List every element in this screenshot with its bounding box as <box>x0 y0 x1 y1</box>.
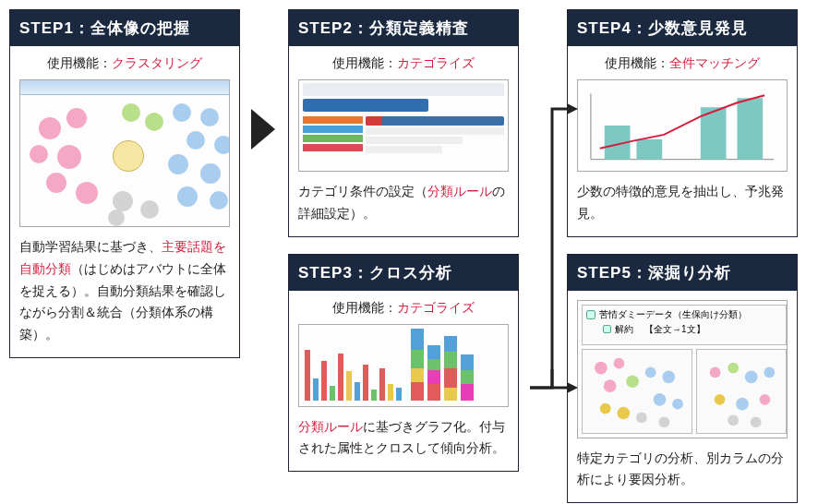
svg-point-12 <box>654 393 667 406</box>
step2-feature-name: カテゴライズ <box>397 55 475 70</box>
arrow-step1-to-step2 <box>251 109 275 150</box>
step2-desc-pre: カテゴリ条件の設定（ <box>298 184 427 198</box>
svg-point-21 <box>764 366 775 378</box>
step4-title: STEP4：少数意見発見 <box>568 10 797 46</box>
workflow-columns: STEP1：全体像の把握 使用機能：クラスタリング <box>9 9 809 503</box>
step5-card: STEP5：深掘り分析 苦情ダミーデータ（生保向け分類） 解約 【全文→1文】 <box>567 254 798 504</box>
step2-thumb <box>298 79 509 172</box>
svg-rect-3 <box>636 139 662 160</box>
svg-point-10 <box>645 366 656 378</box>
svg-point-18 <box>710 366 721 378</box>
step1-desc-pre: 自動学習結果に基づき、 <box>19 239 162 254</box>
step3-thumb <box>298 324 509 407</box>
svg-point-20 <box>745 370 758 383</box>
step1-feature: 使用機能：クラスタリング <box>19 55 230 72</box>
step3-body: 使用機能：カテゴライズ <box>289 291 518 472</box>
step1-body: 使用機能：クラスタリング <box>10 46 239 357</box>
step3-feature-name: カテゴライズ <box>397 300 475 315</box>
step1-card: STEP1：全体像の把握 使用機能：クラスタリング <box>9 9 240 358</box>
step2-body: 使用機能：カテゴライズ <box>289 46 518 236</box>
step4-desc: 少数の特徴的意見を抽出し、予兆発見。 <box>577 181 788 225</box>
svg-point-17 <box>658 416 669 427</box>
svg-point-14 <box>600 402 611 414</box>
step5-tree-root: 苦情ダミーデータ（生保向け分類） <box>599 308 747 321</box>
step2-desc-red: 分類ルール <box>427 184 492 198</box>
step3-desc-red: 分類ルール <box>298 419 363 434</box>
step3-desc: 分類ルールに基づきグラフ化。付与された属性とクロスして傾向分析。 <box>298 416 509 461</box>
step1-feature-name: クラスタリング <box>112 55 202 70</box>
step1-cluster-thumb <box>19 79 230 227</box>
step3-feature: 使用機能：カテゴライズ <box>298 300 509 317</box>
svg-point-26 <box>751 416 762 427</box>
step5-title: STEP5：深掘り分析 <box>568 255 797 291</box>
step4-body: 使用機能：全件マッチング 少数の特徴的意見を抽出し、予兆発見。 <box>568 46 797 236</box>
step3-card: STEP3：クロス分析 使用機能：カテゴライズ <box>288 254 519 473</box>
step3-title: STEP3：クロス分析 <box>289 255 518 291</box>
step4-card: STEP4：少数意見発見 使用機能：全件マッチング <box>567 9 798 237</box>
svg-point-6 <box>595 361 607 374</box>
feature-label: 使用機能： <box>332 55 397 70</box>
step4-feature-name: 全件マッチング <box>669 55 760 70</box>
feature-label: 使用機能： <box>332 300 397 315</box>
svg-point-22 <box>715 394 726 405</box>
step5-tree-child-a: 解約 <box>615 323 633 336</box>
col-2: STEP2：分類定義精査 使用機能：カテゴライズ <box>288 9 519 503</box>
step2-card: STEP2：分類定義精査 使用機能：カテゴライズ <box>288 9 519 237</box>
svg-point-7 <box>614 357 625 368</box>
step5-tree-child-b: 【全文→1文】 <box>644 323 705 336</box>
step2-feature: 使用機能：カテゴライズ <box>298 55 509 72</box>
svg-point-9 <box>626 375 639 388</box>
db-icon <box>586 310 595 319</box>
step1-title: STEP1：全体像の把握 <box>10 10 239 46</box>
svg-point-11 <box>662 370 675 383</box>
col-3: STEP4：少数意見発見 使用機能：全件マッチング <box>567 9 798 503</box>
step2-desc: カテゴリ条件の設定（分類ルールの詳細設定）。 <box>298 181 509 225</box>
step2-title: STEP2：分類定義精査 <box>289 10 518 46</box>
svg-point-25 <box>728 414 739 426</box>
feature-label: 使用機能： <box>47 55 112 70</box>
step5-thumb: 苦情ダミーデータ（生保向け分類） 解約 【全文→1文】 <box>577 300 788 438</box>
svg-rect-5 <box>737 98 763 159</box>
svg-point-15 <box>617 406 630 419</box>
step1-desc: 自動学習結果に基づき、主要話題を自動分類（はじめはアバウトに全体を捉える）。自動… <box>19 236 230 346</box>
svg-point-13 <box>672 398 683 409</box>
svg-point-8 <box>604 379 617 392</box>
step4-thumb <box>577 79 788 172</box>
col-1: STEP1：全体像の把握 使用機能：クラスタリング <box>9 9 240 503</box>
svg-point-19 <box>728 362 739 373</box>
db-icon <box>603 325 611 333</box>
step5-desc: 特定カテゴリの分析、別カラムの分析により要因分析。 <box>577 448 788 492</box>
step5-body: 苦情ダミーデータ（生保向け分類） 解約 【全文→1文】 <box>568 291 797 503</box>
feature-label: 使用機能： <box>605 55 669 70</box>
svg-point-16 <box>636 412 647 423</box>
step4-feature: 使用機能：全件マッチング <box>577 55 788 72</box>
svg-point-24 <box>760 394 771 405</box>
svg-point-23 <box>736 397 749 410</box>
